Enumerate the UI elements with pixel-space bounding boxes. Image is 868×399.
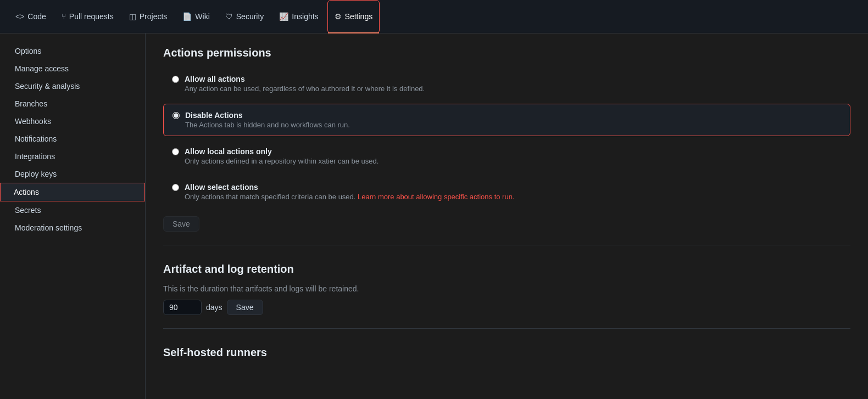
artifact-title: Artifact and log retention: [163, 263, 850, 276]
nav-security[interactable]: 🛡 Security: [219, 0, 271, 33]
sidebar-item-security-analysis[interactable]: Security & analysis: [0, 77, 145, 95]
radio-disable-actions-desc: The Actions tab is hidden and no workflo…: [185, 121, 350, 129]
nav-settings[interactable]: ⚙ Settings: [327, 0, 380, 33]
radio-disable-actions-title: Disable Actions: [185, 111, 350, 120]
radio-local-only[interactable]: Allow local actions only Only actions de…: [163, 141, 850, 172]
sidebar-item-integrations[interactable]: Integrations: [0, 148, 145, 165]
radio-disable-actions-input[interactable]: [173, 112, 180, 119]
radio-select-actions-input[interactable]: [172, 184, 179, 191]
radio-local-only-input[interactable]: [172, 148, 179, 155]
sidebar-item-notifications[interactable]: Notifications: [0, 130, 145, 148]
nav-projects-label: Projects: [140, 12, 168, 21]
actions-permissions-title: Actions permissions: [163, 47, 850, 59]
sidebar: Options Manage access Security & analysi…: [0, 33, 146, 399]
save-row: Save: [163, 216, 850, 232]
security-icon: 🛡: [225, 12, 233, 21]
radio-allow-all[interactable]: Allow all actions Any action can be used…: [163, 68, 850, 99]
nav-wiki[interactable]: 📄 Wiki: [176, 0, 216, 33]
nav-pull-requests[interactable]: ⑂ Pull requests: [55, 0, 120, 33]
artifact-desc: This is the duration that artifacts and …: [163, 284, 850, 293]
nav-insights[interactable]: 📈 Insights: [272, 0, 325, 33]
days-input[interactable]: [163, 300, 202, 315]
radio-select-actions[interactable]: Allow select actions Only actions that m…: [163, 176, 850, 207]
sidebar-item-branches[interactable]: Branches: [0, 95, 145, 113]
radio-allow-all-desc: Any action can be used, regardless of wh…: [185, 85, 425, 93]
radio-select-actions-desc: Only actions that match specified criter…: [185, 193, 515, 201]
sidebar-item-options[interactable]: Options: [0, 42, 145, 60]
nav-settings-label: Settings: [345, 12, 373, 21]
sidebar-item-manage-access[interactable]: Manage access: [0, 60, 145, 77]
artifact-save-button[interactable]: Save: [227, 300, 263, 315]
wiki-icon: 📄: [182, 12, 192, 21]
artifact-section: Artifact and log retention This is the d…: [163, 263, 850, 315]
radio-allow-all-title: Allow all actions: [185, 75, 425, 83]
nav-pull-requests-label: Pull requests: [69, 12, 114, 21]
content-area: Actions permissions Allow all actions An…: [146, 33, 868, 399]
sidebar-item-secrets[interactable]: Secrets: [0, 201, 145, 219]
main-layout: Options Manage access Security & analysi…: [0, 33, 868, 399]
nav-code-label: Code: [27, 12, 46, 21]
sidebar-item-moderation-settings[interactable]: Moderation settings: [0, 219, 145, 237]
radio-allow-all-input[interactable]: [172, 76, 179, 83]
sidebar-item-webhooks[interactable]: Webhooks: [0, 113, 145, 130]
pull-requests-icon: ⑂: [62, 12, 66, 21]
radio-local-only-title: Allow local actions only: [185, 147, 379, 156]
divider-1: [163, 245, 850, 245]
insights-icon: 📈: [279, 12, 288, 21]
nav-security-label: Security: [236, 12, 264, 21]
radio-disable-actions[interactable]: Disable Actions The Actions tab is hidde…: [163, 104, 850, 136]
radio-select-actions-title: Allow select actions: [185, 183, 515, 192]
top-nav: <> Code ⑂ Pull requests ◫ Projects 📄 Wik…: [0, 0, 868, 33]
nav-projects[interactable]: ◫ Projects: [123, 0, 174, 33]
self-hosted-title: Self-hosted runners: [163, 346, 850, 359]
nav-insights-label: Insights: [292, 12, 318, 21]
settings-icon: ⚙: [335, 12, 342, 21]
projects-icon: ◫: [129, 12, 136, 21]
self-hosted-section: Self-hosted runners: [163, 346, 850, 359]
artifact-controls: days Save: [163, 300, 850, 315]
learn-more-link[interactable]: Learn more about allowing specific actio…: [358, 193, 514, 201]
divider-2: [163, 328, 850, 329]
save-button[interactable]: Save: [163, 216, 199, 232]
code-icon: <>: [15, 12, 24, 21]
nav-code[interactable]: <> Code: [9, 0, 53, 33]
nav-wiki-label: Wiki: [195, 12, 209, 21]
sidebar-item-deploy-keys[interactable]: Deploy keys: [0, 165, 145, 183]
days-label: days: [206, 303, 222, 312]
radio-local-only-desc: Only actions defined in a repository wit…: [185, 157, 379, 165]
sidebar-item-actions[interactable]: Actions: [0, 183, 145, 201]
